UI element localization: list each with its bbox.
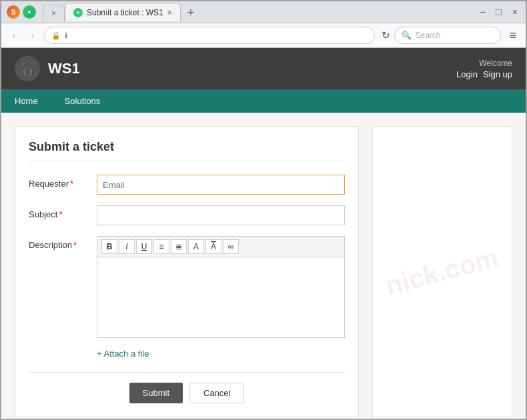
site-nav: Home Solutions xyxy=(1,89,526,113)
description-label: Description* xyxy=(29,236,89,250)
rte-underline[interactable]: U xyxy=(136,239,152,254)
rte-italic[interactable]: I xyxy=(119,239,135,254)
description-required: * xyxy=(73,240,77,250)
rte-font-color[interactable]: A xyxy=(188,239,204,254)
title-bar: S ● × ● Submit a ticket : WS1 × + − □ × xyxy=(1,1,526,23)
subject-required: * xyxy=(59,209,62,219)
side-watermark: nick.com xyxy=(382,242,502,301)
rte-bold[interactable]: B xyxy=(101,239,117,254)
login-link[interactable]: Login xyxy=(456,69,478,79)
browser-logo: S xyxy=(7,5,20,19)
browser-logo2: ● xyxy=(23,5,36,19)
nav-home[interactable]: Home xyxy=(1,89,51,113)
search-placeholder: Search xyxy=(415,31,440,40)
site-logo: 🎧 WS1 xyxy=(15,56,80,81)
lock-icon: 🔒 xyxy=(51,31,61,40)
side-panel: nick.com xyxy=(372,126,512,417)
browser-window: S ● × ● Submit a ticket : WS1 × + − □ × … xyxy=(0,0,527,420)
subject-label: Subject* xyxy=(29,205,89,219)
form-title: Submit a ticket xyxy=(29,140,345,161)
subject-row: Subject* xyxy=(29,205,345,225)
rte-wrap: B I U ≡ ≣ A Ā ∞ xyxy=(97,236,345,338)
attach-link[interactable]: + Attach a file xyxy=(97,349,149,359)
window-controls: − □ × xyxy=(477,7,520,17)
attach-area: + Attach a file xyxy=(97,343,345,359)
requester-required: * xyxy=(70,179,73,189)
auth-links: Login Sign up xyxy=(456,69,512,79)
welcome-text: Welcome xyxy=(456,59,512,68)
reload-button[interactable]: ↻ xyxy=(382,29,390,41)
submit-button[interactable]: Submit xyxy=(129,383,183,403)
nav-solutions[interactable]: Solutions xyxy=(51,89,113,113)
rte-body[interactable] xyxy=(97,257,344,337)
minimize-button[interactable]: − xyxy=(477,7,488,17)
menu-button[interactable]: ≡ xyxy=(505,27,520,44)
logo-icon: 🎧 xyxy=(15,56,40,81)
forward-button[interactable]: › xyxy=(25,28,40,43)
add-tab-button[interactable]: + xyxy=(183,5,199,21)
signup-link[interactable]: Sign up xyxy=(483,69,512,79)
back-button[interactable]: ‹ xyxy=(7,28,21,43)
search-box[interactable]: 🔍 Search xyxy=(394,27,501,44)
rte-ul[interactable]: ≡ xyxy=(153,239,169,254)
description-row: Description* B I U ≡ ≣ A Ā ∞ xyxy=(29,236,345,338)
requester-input[interactable] xyxy=(97,175,345,195)
rte-bg-color[interactable]: Ā xyxy=(205,239,221,254)
requester-row: Requester* xyxy=(29,175,345,195)
search-icon: 🔍 xyxy=(402,31,412,40)
site-auth: Welcome Login Sign up xyxy=(456,59,512,79)
address-bar: ‹ › 🔒 ℹ ↻ 🔍 Search ≡ xyxy=(1,23,526,48)
cancel-button[interactable]: Cancel xyxy=(189,383,244,403)
rte-toolbar: B I U ≡ ≣ A Ā ∞ xyxy=(97,237,344,257)
inactive-tab-close[interactable]: × xyxy=(51,9,56,18)
site-title: WS1 xyxy=(48,60,80,77)
form-actions: Submit Cancel xyxy=(29,372,345,403)
inactive-tab[interactable]: × xyxy=(43,5,65,21)
requester-label: Requester* xyxy=(29,175,89,189)
site-header: 🎧 WS1 Welcome Login Sign up xyxy=(1,48,526,89)
maximize-button[interactable]: □ xyxy=(493,7,504,17)
form-panel: Submit a ticket Requester* Subject* xyxy=(15,126,359,417)
info-icon: ℹ xyxy=(65,31,67,40)
close-button[interactable]: × xyxy=(510,7,520,17)
page-content: 🎧 WS1 Welcome Login Sign up Home Solutio… xyxy=(1,48,526,419)
active-tab-close[interactable]: × xyxy=(167,8,172,17)
active-tab[interactable]: ● Submit a ticket : WS1 × xyxy=(65,3,181,21)
address-input-wrap: 🔒 ℹ xyxy=(44,27,375,44)
tab-favicon: ● xyxy=(73,8,83,17)
main-area: nick.com Submit a ticket Requester* Subj… xyxy=(1,113,526,419)
subject-input[interactable] xyxy=(97,205,345,225)
active-tab-label: Submit a ticket : WS1 xyxy=(87,8,163,17)
rte-ol[interactable]: ≣ xyxy=(171,239,187,254)
rte-link[interactable]: ∞ xyxy=(223,239,239,254)
